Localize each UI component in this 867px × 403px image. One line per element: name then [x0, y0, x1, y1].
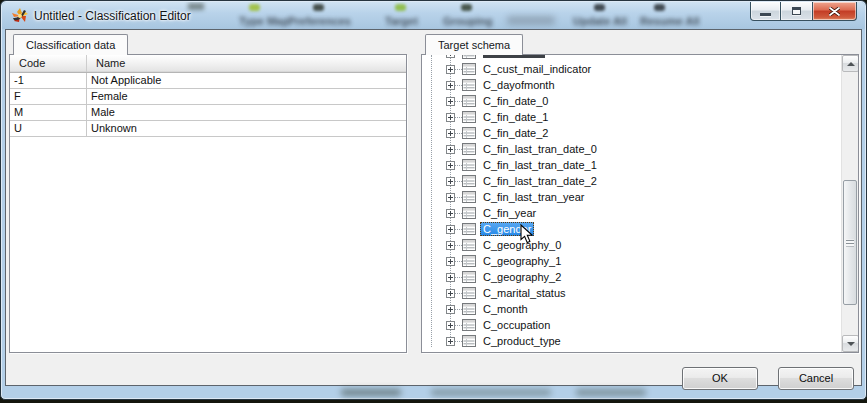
schema-tree[interactable]: C_cust_mail_indicator	[422, 55, 840, 352]
arrow-up-icon	[847, 62, 855, 66]
background-blur-smudge	[576, 389, 646, 396]
target-schema-panel: C_cust_mail_indicator	[421, 54, 859, 353]
tree-item-label[interactable]: C_fin_last_tran_date_2	[480, 174, 600, 188]
table-row[interactable]: -1 Not Applicable	[10, 73, 406, 89]
tree-row[interactable]: C_product_type	[422, 333, 840, 349]
tree-item-label[interactable]: C_dayofmonth	[480, 78, 558, 92]
tree-item-label[interactable]: C_fin_last_tran_date_0	[480, 142, 600, 156]
tree-item-label[interactable]: C_product_type	[480, 334, 564, 348]
tree-row[interactable]: C_fin_date_2	[422, 125, 840, 141]
minimize-button[interactable]	[750, 2, 781, 21]
tab-target-schema[interactable]: Target schema	[425, 34, 523, 55]
tree-item-label[interactable]: C_geography_1	[480, 254, 564, 268]
arrow-down-icon	[847, 342, 855, 346]
table-node-icon	[462, 207, 476, 219]
tree-items: C_cust_mail_indicator	[422, 61, 840, 349]
tree-item-label[interactable]: C_fin_year	[480, 206, 539, 220]
tree-row[interactable]: C_fin_last_tran_date_2	[422, 173, 840, 189]
tree-item-label[interactable]: C_geography_2	[480, 270, 564, 284]
expand-plus-icon[interactable]	[446, 337, 455, 346]
table-row[interactable]: U Unknown	[10, 121, 406, 137]
name-cell[interactable]: Unknown	[87, 121, 406, 137]
name-cell[interactable]: Not Applicable	[87, 73, 406, 89]
expand-plus-icon[interactable]	[446, 321, 455, 330]
expand-plus-icon[interactable]	[446, 177, 455, 186]
expand-plus-icon[interactable]	[446, 145, 455, 154]
tree-item-label[interactable]: C_occupation	[480, 318, 553, 332]
table-row[interactable]: F Female	[10, 89, 406, 105]
expand-plus-icon[interactable]	[446, 241, 455, 250]
scroll-down-button[interactable]	[842, 335, 858, 352]
tree-vertical-scrollbar[interactable]	[841, 55, 858, 352]
expand-plus-icon[interactable]	[446, 289, 455, 298]
table-row[interactable]: M Male	[10, 105, 406, 121]
column-header-name[interactable]: Name	[87, 55, 406, 72]
tree-row[interactable]: C_fin_year	[422, 205, 840, 221]
code-cell[interactable]: U	[10, 121, 87, 137]
maximize-button[interactable]	[781, 2, 812, 21]
expand-plus-icon[interactable]	[446, 193, 455, 202]
tree-item-label[interactable]: C_cust_mail_indicator	[480, 62, 594, 76]
tree-item-label[interactable]: C_fin_date_2	[480, 126, 551, 140]
tree-item-label[interactable]: C_fin_last_tran_year	[480, 190, 588, 204]
tree-item-label[interactable]: C_fin_date_1	[480, 110, 551, 124]
expand-plus-icon[interactable]	[446, 273, 455, 282]
scroll-up-button[interactable]	[842, 55, 858, 72]
code-cell[interactable]: -1	[10, 73, 87, 89]
tree-item-label[interactable]: C_fin_last_tran_date_1	[480, 158, 600, 172]
tree-row[interactable]: C_fin_last_tran_date_1	[422, 157, 840, 173]
ok-button[interactable]: OK	[682, 367, 758, 390]
close-button[interactable]	[812, 2, 857, 21]
tab-classification-data[interactable]: Classification data	[13, 34, 128, 55]
table-node-icon	[462, 303, 476, 315]
name-cell[interactable]: Male	[87, 105, 406, 121]
tree-row[interactable]: C_dayofmonth	[422, 77, 840, 93]
tree-row[interactable]: C_fin_date_1	[422, 109, 840, 125]
expand-plus-icon[interactable]	[446, 55, 455, 58]
column-header-code[interactable]: Code	[10, 55, 87, 72]
expand-plus-icon[interactable]	[446, 81, 455, 90]
maximize-icon	[792, 7, 801, 15]
background-blur-smudge	[341, 389, 401, 396]
tree-row[interactable]: C_geography_2	[422, 269, 840, 285]
table-header-row: Code Name	[10, 55, 406, 73]
tree-row[interactable]: C_occupation	[422, 317, 840, 333]
scrollbar-thumb[interactable]	[843, 180, 857, 305]
expand-plus-icon[interactable]	[446, 129, 455, 138]
expand-plus-icon[interactable]	[446, 97, 455, 106]
tree-row[interactable]: C_marital_status	[422, 285, 840, 301]
tree-row[interactable]: C_geography_0	[422, 237, 840, 253]
tree-item-label[interactable]: C_fin_date_0	[480, 94, 551, 108]
tree-row[interactable]: C_cust_mail_indicator	[422, 61, 840, 77]
tree-row[interactable]: C_fin_date_0	[422, 93, 840, 109]
code-cell[interactable]: M	[10, 105, 87, 121]
table-node-icon	[462, 79, 476, 91]
code-cell[interactable]: F	[10, 89, 87, 105]
tree-row[interactable]: C_month	[422, 301, 840, 317]
app-icon	[12, 8, 28, 24]
expand-plus-icon[interactable]	[446, 257, 455, 266]
window-controls	[750, 2, 857, 21]
expand-plus-icon[interactable]	[446, 305, 455, 314]
clipped-label-sliver	[483, 55, 545, 58]
tree-row[interactable]: C_gender	[422, 221, 840, 237]
table-node-icon	[462, 95, 476, 107]
classification-table: Code Name -1 Not Applicable F Female	[10, 55, 406, 352]
expand-plus-icon[interactable]	[446, 113, 455, 122]
tree-row[interactable]: C_geography_1	[422, 253, 840, 269]
scrollbar-grip	[846, 239, 854, 246]
tree-item-label[interactable]: C_marital_status	[480, 286, 569, 300]
expand-plus-icon[interactable]	[446, 209, 455, 218]
table-node-icon	[462, 319, 476, 331]
tree-row[interactable]: C_fin_last_tran_year	[422, 189, 840, 205]
expand-plus-icon[interactable]	[446, 225, 455, 234]
expand-plus-icon[interactable]	[446, 65, 455, 74]
table-node-icon	[462, 271, 476, 283]
title-bar[interactable]: Type Map Preferences Target Grouping Upd…	[2, 2, 865, 29]
tree-row[interactable]: C_fin_last_tran_date_0	[422, 141, 840, 157]
name-cell[interactable]: Female	[87, 89, 406, 105]
table-node-icon	[462, 175, 476, 187]
expand-plus-icon[interactable]	[446, 161, 455, 170]
cancel-button[interactable]: Cancel	[778, 367, 854, 390]
tree-item-label[interactable]: C_month	[480, 302, 531, 316]
